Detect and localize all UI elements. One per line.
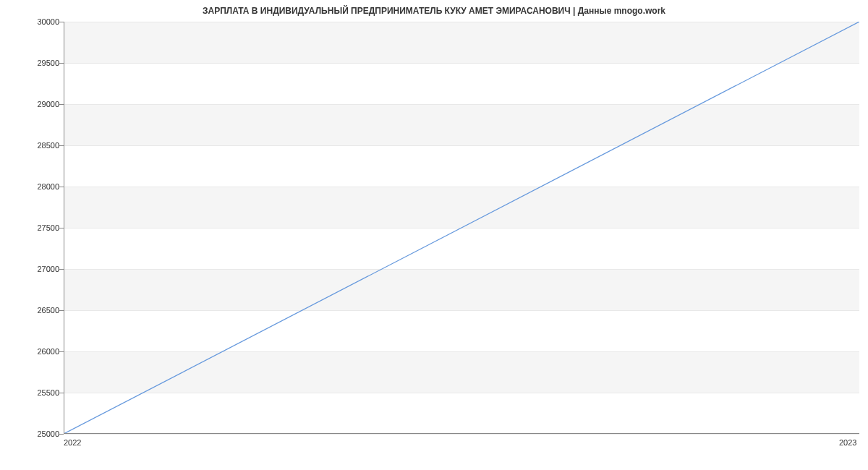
y-tick-label: 27500 bbox=[9, 223, 59, 232]
y-tick-label: 26500 bbox=[9, 306, 59, 315]
y-tick-label: 25000 bbox=[9, 430, 59, 438]
y-tick-label: 26000 bbox=[9, 347, 59, 356]
x-axis-line bbox=[64, 433, 859, 434]
y-tick-label: 28500 bbox=[9, 141, 59, 150]
x-tick-label: 2022 bbox=[64, 438, 81, 447]
y-tick bbox=[59, 434, 64, 435]
data-line bbox=[64, 22, 859, 434]
gridline bbox=[64, 434, 859, 435]
y-tick-label: 30000 bbox=[9, 17, 59, 26]
line-layer bbox=[64, 22, 859, 434]
y-tick-label: 25500 bbox=[9, 388, 59, 397]
y-tick-label: 28000 bbox=[9, 182, 59, 191]
y-tick-label: 29500 bbox=[9, 59, 59, 67]
chart-title: ЗАРПЛАТА В ИНДИВИДУАЛЬНЫЙ ПРЕДПРИНИМАТЕЛ… bbox=[0, 6, 868, 16]
y-axis-line bbox=[64, 22, 64, 434]
x-tick-label: 2023 bbox=[839, 438, 856, 447]
plot-area bbox=[64, 22, 859, 434]
y-tick-label: 29000 bbox=[9, 100, 59, 108]
y-tick-label: 27000 bbox=[9, 265, 59, 273]
